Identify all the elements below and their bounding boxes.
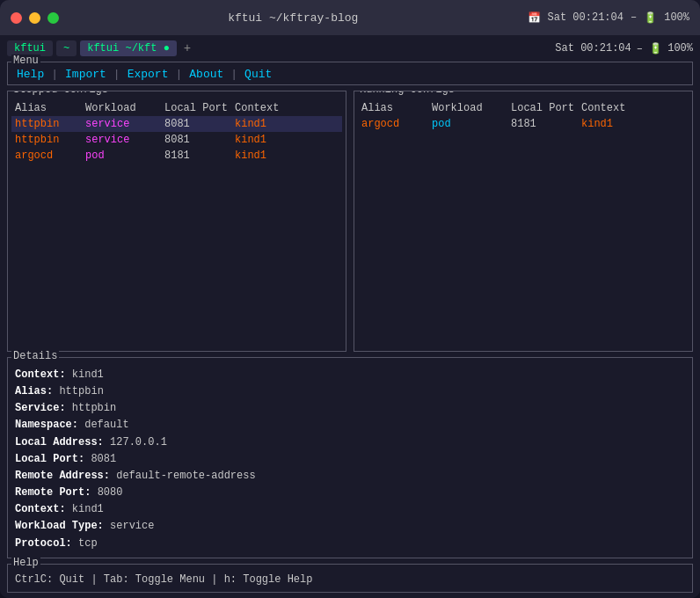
help-text: CtrlC: Quit | Tab: Toggle Menu | h: Togg… <box>15 572 685 588</box>
detail-value-local-port: 8081 <box>91 453 116 465</box>
menu-label: Menu <box>11 55 40 67</box>
sep-2: | <box>110 68 124 81</box>
header-workload-running: Workload <box>432 102 511 114</box>
header-context-stopped: Context <box>235 102 305 114</box>
stopped-port-1: 8081 <box>164 134 235 146</box>
traffic-lights <box>11 12 59 24</box>
main-window: kftui ~/kftray-blog 📅 Sat 00:21:04 – 🔋 1… <box>0 0 700 598</box>
battery-pct-display: 100% <box>667 42 693 55</box>
header-port-running: Local Port <box>511 102 581 114</box>
running-configs-header: Alias Workload Local Port Context <box>358 100 689 116</box>
detail-row-alias: Alias: httpbin <box>15 383 685 400</box>
stopped-context-2: kind1 <box>235 150 305 162</box>
sep-1: | <box>47 68 62 81</box>
menu-item-help[interactable]: Help <box>13 68 47 81</box>
menu-items: Help | Import | Export | About | Quit <box>13 66 687 83</box>
detail-key-local-addr: Local Address: <box>15 436 110 448</box>
help-section-label: Help <box>11 557 40 569</box>
header-alias-stopped: Alias <box>15 102 85 114</box>
stopped-row-1[interactable]: httpbin service 8081 kind1 <box>11 132 342 148</box>
detail-value-context2: kind1 <box>72 503 104 515</box>
detail-row-protocol: Protocol: tcp <box>15 536 685 552</box>
detail-value-namespace: default <box>84 419 128 431</box>
menu-item-import[interactable]: Import <box>62 68 110 81</box>
running-configs-table: Alias Workload Local Port Context argocd… <box>354 98 692 134</box>
running-alias-0: argocd <box>361 118 432 130</box>
stopped-row-2[interactable]: argocd pod 8181 kind1 <box>11 148 342 164</box>
stopped-workload-2: pod <box>85 150 164 162</box>
dash: – <box>631 11 637 24</box>
menu-item-quit[interactable]: Quit <box>241 68 275 81</box>
stopped-configs-header: Alias Workload Local Port Context <box>11 100 342 116</box>
time-display: Sat 00:21:04 <box>555 42 631 55</box>
tab-add-button[interactable]: + <box>180 41 194 55</box>
detail-row-workload: Workload Type: service <box>15 518 685 535</box>
detail-value-protocol: tcp <box>78 537 98 550</box>
detail-row-local-addr: Local Address: 127.0.0.1 <box>15 434 685 451</box>
running-configs-label: Running Configs <box>358 91 456 96</box>
stopped-configs-table: Alias Workload Local Port Context httpbi… <box>8 98 346 165</box>
header-alias-running: Alias <box>361 102 432 114</box>
help-section: Help CtrlC: Quit | Tab: Toggle Menu | h:… <box>7 564 693 593</box>
detail-key-local-port: Local Port: <box>15 453 91 465</box>
maximize-button[interactable] <box>47 12 59 24</box>
terminal-content: kftui ~ kftui ~/kft ● + Sat 00:21:04 – 🔋… <box>0 35 700 598</box>
detail-key-remote-addr: Remote Address: <box>15 470 116 482</box>
battery-icon: 🔋 <box>644 11 657 25</box>
window-title: kftui ~/kftray-blog <box>59 11 528 25</box>
stopped-port-0: 8081 <box>164 118 235 130</box>
battery-percent: 100% <box>664 11 689 24</box>
configs-row: Stopped Configs Alias Workload Local Por… <box>7 91 693 352</box>
stopped-configs-panel: Stopped Configs Alias Workload Local Por… <box>7 91 346 352</box>
detail-row-local-port: Local Port: 8081 <box>15 451 685 468</box>
detail-key-alias: Alias: <box>15 385 59 397</box>
stopped-alias-0: httpbin <box>15 118 85 130</box>
detail-key-service: Service: <box>15 402 72 414</box>
stopped-alias-2: argocd <box>15 150 85 162</box>
menu-item-export[interactable]: Export <box>124 68 172 81</box>
detail-row-service: Service: httpbin <box>15 400 685 417</box>
detail-value-service: httpbin <box>72 402 116 414</box>
stopped-context-0: kind1 <box>235 118 305 130</box>
detail-value-context1: kind1 <box>72 368 104 381</box>
tab-tilde[interactable]: ~ <box>56 40 77 56</box>
detail-value-local-addr: 127.0.0.1 <box>110 436 167 448</box>
stopped-configs-label: Stopped Configs <box>11 91 110 96</box>
running-port-0: 8181 <box>511 118 581 130</box>
header-context-running: Context <box>581 102 652 114</box>
details-section: Details Context: kind1 Alias: httpbin Se… <box>7 357 693 558</box>
stopped-row-0[interactable]: httpbin service 8081 kind1 <box>11 116 342 132</box>
running-workload-0: pod <box>432 118 511 130</box>
header-workload-stopped: Workload <box>85 102 164 114</box>
details-content: Context: kind1 Alias: httpbin Service: h… <box>15 367 685 552</box>
titlebar: kftui ~/kftray-blog 📅 Sat 00:21:04 – 🔋 1… <box>0 0 700 35</box>
details-label: Details <box>11 350 59 362</box>
detail-value-remote-addr: default-remote-address <box>116 470 255 482</box>
detail-key-workload: Workload Type: <box>15 520 110 532</box>
stopped-workload-0: service <box>85 118 164 130</box>
menu-item-about[interactable]: About <box>186 68 227 81</box>
detail-row-context1: Context: kind1 <box>15 367 685 383</box>
sep-4: | <box>227 68 241 81</box>
running-configs-panel: Running Configs Alias Workload Local Por… <box>354 91 693 352</box>
detail-value-workload: service <box>110 520 154 532</box>
titlebar-right: 📅 Sat 00:21:04 – 🔋 100% <box>528 11 689 25</box>
stopped-workload-1: service <box>85 134 164 146</box>
stopped-alias-1: httpbin <box>15 134 85 146</box>
tab-kftui-kft[interactable]: kftui ~/kft ● <box>80 40 177 56</box>
stopped-port-2: 8181 <box>164 150 235 162</box>
minimize-button[interactable] <box>29 12 40 24</box>
detail-row-context2: Context: kind1 <box>15 501 685 518</box>
header-port-stopped: Local Port <box>164 102 235 114</box>
running-row-0[interactable]: argocd pod 8181 kind1 <box>358 116 689 132</box>
tab-bar: kftui ~ kftui ~/kft ● + Sat 00:21:04 – 🔋… <box>7 40 693 56</box>
battery-display: – 🔋 <box>637 42 662 55</box>
running-context-0: kind1 <box>581 118 652 130</box>
detail-key-remote-port: Remote Port: <box>15 486 98 499</box>
detail-row-remote-port: Remote Port: 8080 <box>15 485 685 501</box>
menu-section: Menu Help | Import | Export | About | Qu… <box>7 62 693 85</box>
detail-key-context2: Context: <box>15 503 72 515</box>
detail-key-context1: Context: <box>15 368 72 381</box>
close-button[interactable] <box>11 12 22 24</box>
clock-icon: 📅 <box>528 11 541 25</box>
